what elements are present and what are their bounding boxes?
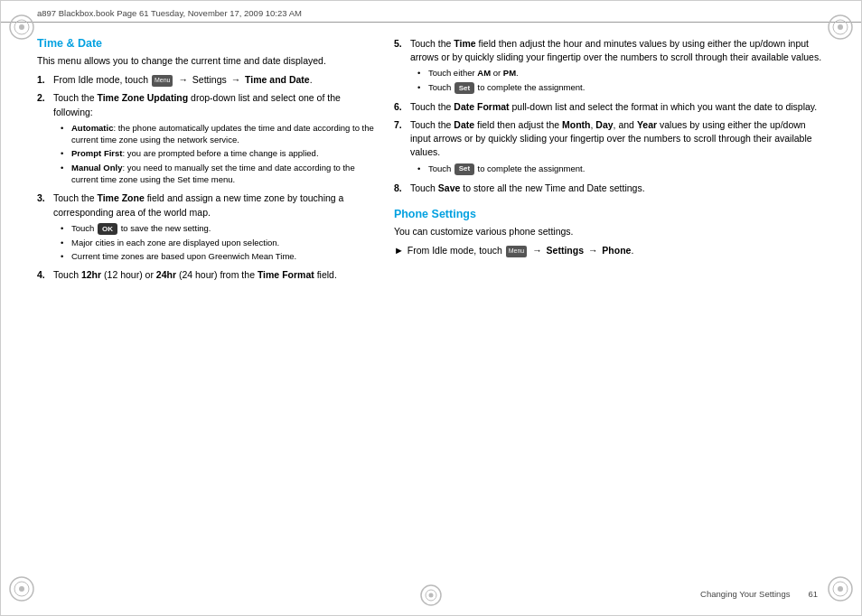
footer: Changing Your Settings 61 — [700, 589, 818, 599]
corner-decoration-tr — [827, 14, 854, 41]
time-date-heading: Time & Date — [37, 37, 376, 50]
corner-decoration-bl — [8, 575, 35, 602]
step-2-num: 2. — [37, 91, 52, 105]
step-7-content: Touch the Date field then adjust the Mon… — [410, 118, 825, 177]
step-3-num: 3. — [37, 191, 52, 205]
step-8-content: Touch Save to store all the new Time and… — [410, 182, 825, 195]
step-5: 5. Touch the Time field then adjust the … — [394, 37, 825, 96]
phone-settings-heading: Phone Settings — [394, 208, 825, 220]
step-8: 8. Touch Save to store all the new Time … — [394, 182, 825, 195]
right-steps-list: 5. Touch the Time field then adjust the … — [394, 37, 825, 195]
svg-point-11 — [838, 586, 843, 592]
bullet-set-1: Touch Set to complete the assignment. — [417, 81, 825, 94]
step-3: 3. Touch the Time Zone field and assign … — [37, 191, 376, 264]
step-4: 4. Touch 12hr (12 hour) or 24hr (24 hour… — [37, 268, 376, 282]
bullet-automatic: Automatic: the phone automatically updat… — [61, 122, 376, 146]
bullet-major-cities: Major cities in each zone are displayed … — [61, 237, 376, 248]
step-1-content: From Idle mode, touch Menu → Settings → … — [53, 73, 376, 87]
corner-decoration-tl — [8, 14, 35, 41]
step-7-bullets: Touch Set to complete the assignment. — [410, 163, 825, 175]
step-4-num: 4. — [37, 268, 52, 282]
left-column: Time & Date This menu allows you to chan… — [37, 28, 376, 579]
right-column: 5. Touch the Time field then adjust the … — [394, 28, 825, 579]
step-1-num: 1. — [37, 73, 52, 87]
center-bottom-decoration — [420, 584, 442, 606]
step-2-content: Touch the Time Zone Updating drop-down l… — [53, 91, 376, 187]
set-button-inline-1: Set — [454, 82, 474, 94]
menu-icon-1: Menu — [152, 75, 173, 87]
step-6-content: Touch the Date Format pull-down list and… — [410, 100, 825, 114]
step-5-num: 5. — [394, 37, 408, 51]
time-date-intro: This menu allows you to change the curre… — [37, 54, 376, 68]
step-7: 7. Touch the Date field then adjust the … — [394, 118, 825, 177]
step-6-num: 6. — [394, 100, 408, 114]
svg-point-5 — [838, 24, 843, 30]
bullet-manual-only: Manual Only: you need to manually set th… — [61, 162, 376, 186]
svg-point-2 — [19, 24, 24, 30]
phone-settings-intro: You can customize various phone settings… — [394, 225, 825, 238]
step-2-bullets: Automatic: the phone automatically updat… — [53, 122, 376, 185]
step-5-bullets: Touch either AM or PM. Touch Set to comp… — [410, 67, 825, 93]
header-bar: a897 Blackbox.book Page 61 Tuesday, Nove… — [1, 8, 861, 23]
phone-settings-step-text: From Idle mode, touch Menu → Settings → … — [408, 244, 634, 257]
svg-point-8 — [19, 586, 24, 592]
ok-button-inline: OK — [98, 223, 117, 235]
step-8-num: 8. — [394, 182, 408, 195]
bullet-ok: Touch OK to save the new setting. — [61, 222, 376, 235]
header-title: a897 Blackbox.book Page 61 Tuesday, Nove… — [37, 8, 825, 18]
step-4-content: Touch 12hr (12 hour) or 24hr (24 hour) f… — [53, 268, 376, 282]
step-3-content: Touch the Time Zone field and assign a n… — [53, 191, 376, 264]
bullet-set-2: Touch Set to complete the assignment. — [417, 163, 825, 175]
step-6: 6. Touch the Date Format pull-down list … — [394, 100, 825, 114]
page-container: a897 Blackbox.book Page 61 Tuesday, Nove… — [0, 0, 862, 616]
bullet-gmt: Current time zones are based upon Greenw… — [61, 250, 376, 262]
step-7-num: 7. — [394, 118, 408, 132]
footer-page: 61 — [808, 589, 818, 599]
step-1: 1. From Idle mode, touch Menu → Settings… — [37, 73, 376, 87]
corner-decoration-br — [827, 575, 854, 602]
right-arrow-icon: ► — [394, 244, 404, 258]
step-3-bullets: Touch OK to save the new setting. Major … — [53, 222, 376, 263]
set-button-inline-2: Set — [454, 163, 474, 175]
menu-icon-2: Menu — [506, 246, 528, 257]
bullet-prompt-first: Prompt First: you are prompted before a … — [61, 147, 376, 159]
phone-settings-section: Phone Settings You can customize various… — [394, 208, 825, 258]
svg-point-14 — [429, 593, 434, 598]
step-2: 2. Touch the Time Zone Updating drop-dow… — [37, 91, 376, 187]
step-5-content: Touch the Time field then adjust the hou… — [410, 37, 825, 96]
left-steps-list: 1. From Idle mode, touch Menu → Settings… — [37, 73, 376, 282]
phone-settings-step: ► From Idle mode, touch Menu → Settings … — [394, 244, 825, 258]
content-area: Time & Date This menu allows you to chan… — [37, 28, 825, 579]
footer-section: Changing Your Settings — [700, 589, 790, 599]
bullet-am-pm: Touch either AM or PM. — [417, 67, 825, 79]
